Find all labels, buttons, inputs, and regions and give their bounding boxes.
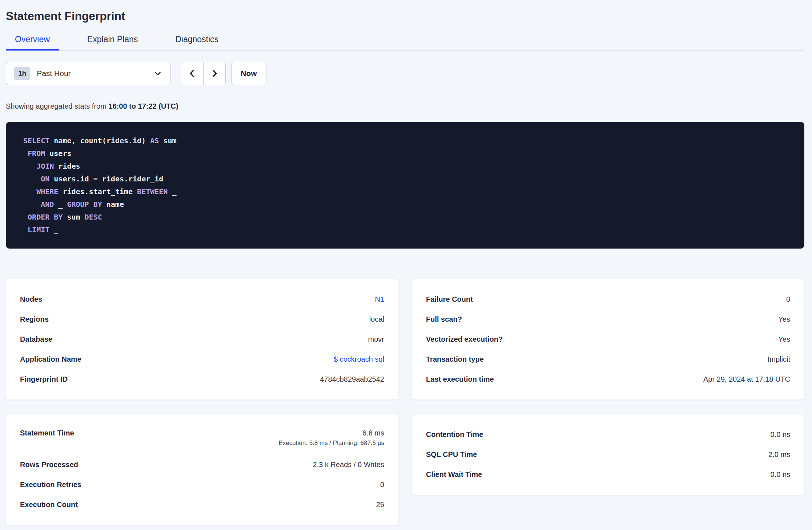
- sql-line: ON users.id = rides.rider_id: [23, 173, 793, 185]
- property-value: 2.3 k Reads / 0 Writes: [313, 461, 384, 469]
- sql-keyword: JOIN: [36, 162, 54, 170]
- property-label: Failure Count: [426, 295, 473, 304]
- property-row: Rows Processed2.3 k Reads / 0 Writes: [20, 455, 384, 475]
- sql-text: _: [54, 200, 67, 209]
- property-row: Fingerprint ID4784cb829aab2542: [20, 369, 384, 389]
- property-value-wrap: movr: [368, 335, 384, 344]
- property-row: Vectorized execution?Yes: [426, 329, 790, 349]
- property-value: Yes: [778, 335, 790, 344]
- property-label: Transaction type: [426, 355, 484, 364]
- property-label: Client Wait Time: [426, 470, 482, 479]
- property-value: 4784cb829aab2542: [320, 375, 384, 384]
- aggregated-stats-text: Showing aggregated stats from 16:00 to 1…: [6, 102, 804, 111]
- property-value-link[interactable]: $ cockroach sql: [334, 355, 384, 364]
- property-value-wrap: 0: [380, 481, 384, 489]
- sql-keyword: SELECT: [23, 136, 49, 145]
- property-row: SQL CPU Time2.0 ms: [426, 445, 790, 465]
- page-title: Statement Fingerprint: [6, 9, 804, 23]
- sql-line: AND _ GROUP BY name: [23, 198, 793, 211]
- property-value-wrap: $ cockroach sql: [334, 355, 384, 364]
- sql-keyword: DESC: [85, 213, 102, 221]
- property-label: Fingerprint ID: [20, 375, 68, 384]
- sql-line: JOIN rides: [23, 160, 793, 173]
- stats-range: 16:00 to 17:22 (UTC): [108, 102, 178, 110]
- property-subvalue: Execution: 5.8 ms / Planning: 687.5 µs: [279, 439, 384, 447]
- interval-badge: 1h: [14, 67, 30, 80]
- property-row: Databasemovr: [20, 329, 384, 349]
- sql-keyword: AND: [41, 200, 54, 209]
- property-label: Vectorized execution?: [426, 335, 503, 344]
- sql-text: [23, 225, 28, 234]
- property-label: Nodes: [20, 295, 42, 304]
- time-range-dropdown[interactable]: 1h Past Hour: [6, 62, 171, 85]
- now-button[interactable]: Now: [231, 62, 266, 85]
- property-row: Execution Count25: [20, 495, 384, 515]
- property-value-wrap: 2.3 k Reads / 0 Writes: [313, 461, 384, 469]
- property-value-link[interactable]: N1: [375, 295, 384, 304]
- property-value-wrap: 0.0 ns: [771, 430, 790, 439]
- property-value-wrap: local: [369, 315, 384, 324]
- property-value: 0.0 ns: [771, 470, 790, 479]
- tab-bar: OverviewExplain PlansDiagnostics: [6, 35, 804, 51]
- chevron-right-icon: [209, 68, 220, 79]
- property-value: 0: [380, 481, 384, 489]
- property-value-wrap: 6.6 msExecution: 5.8 ms / Planning: 687.…: [279, 429, 384, 447]
- property-label: Regions: [20, 315, 49, 324]
- sql-line: ORDER BY sum DESC: [23, 211, 793, 224]
- sql-text: rides.start_time: [58, 187, 137, 196]
- sql-keyword: WHERE: [36, 187, 58, 196]
- property-label: Contention Time: [426, 430, 483, 439]
- property-value: Yes: [778, 315, 790, 324]
- property-row: Regionslocal: [20, 309, 384, 329]
- property-value: 0.0 ns: [771, 430, 790, 439]
- property-row: Contention Time0.0 ns: [426, 425, 790, 445]
- property-label: Last execution time: [426, 375, 494, 384]
- property-label: SQL CPU Time: [426, 450, 477, 459]
- property-value-wrap: 25: [376, 501, 384, 509]
- property-label: Execution Retries: [20, 481, 81, 489]
- tab-explain-plans[interactable]: Explain Plans: [78, 35, 147, 51]
- statement-details-card: NodesN1RegionslocalDatabasemovrApplicati…: [6, 279, 398, 400]
- sql-line: SELECT name, count(rides.id) AS sum: [23, 134, 793, 147]
- property-value-wrap: 4784cb829aab2542: [320, 375, 384, 384]
- sql-text: _: [49, 225, 58, 234]
- property-value-wrap: 0: [786, 295, 790, 304]
- property-value-wrap: N1: [375, 295, 384, 304]
- sql-text: rides: [54, 162, 80, 170]
- property-value-wrap: 2.0 ms: [768, 450, 790, 459]
- sql-text: sum: [63, 213, 84, 221]
- property-value-wrap: Apr 29, 2024 at 17:18 UTC: [703, 375, 790, 384]
- time-controls: 1h Past Hour Now: [6, 62, 804, 85]
- time-nav-group: [181, 62, 226, 85]
- property-row: Execution Retries0: [20, 475, 384, 495]
- next-interval-button[interactable]: [203, 62, 225, 85]
- sql-text: [23, 200, 41, 209]
- sql-keyword: AS: [150, 136, 159, 145]
- sql-text: [23, 149, 28, 158]
- sql-line: FROM users: [23, 147, 793, 160]
- property-row: Last execution timeApr 29, 2024 at 17:18…: [426, 369, 790, 389]
- sql-statement-box: SELECT name, count(rides.id) AS sum FROM…: [6, 122, 804, 249]
- sql-text: users: [45, 149, 71, 158]
- sql-line: WHERE rides.start_time BETWEEN _: [23, 185, 793, 198]
- sql-text: [23, 162, 36, 170]
- property-label: Statement Time: [20, 429, 74, 437]
- property-value-wrap: Yes: [778, 315, 790, 324]
- tab-diagnostics[interactable]: Diagnostics: [166, 35, 228, 51]
- sql-text: [23, 213, 28, 221]
- stats-prefix: Showing aggregated stats from: [6, 102, 108, 110]
- property-value: 25: [376, 501, 384, 509]
- property-value: 6.6 ms: [362, 429, 384, 437]
- tab-overview[interactable]: Overview: [6, 35, 59, 51]
- property-value: Implicit: [768, 355, 790, 364]
- sql-text: users.id = rides.rider_id: [49, 174, 163, 183]
- property-value: Apr 29, 2024 at 17:18 UTC: [703, 375, 790, 384]
- sql-text: name, count(rides.id): [49, 136, 150, 145]
- statement-timing-card: Statement Time6.6 msExecution: 5.8 ms / …: [6, 414, 398, 525]
- sql-keyword: GROUP BY: [67, 200, 102, 209]
- previous-interval-button[interactable]: [181, 62, 203, 85]
- sql-text: name: [102, 200, 124, 209]
- time-range-label: Past Hour: [37, 69, 71, 78]
- sql-text: [23, 187, 36, 196]
- property-label: Rows Processed: [20, 461, 78, 469]
